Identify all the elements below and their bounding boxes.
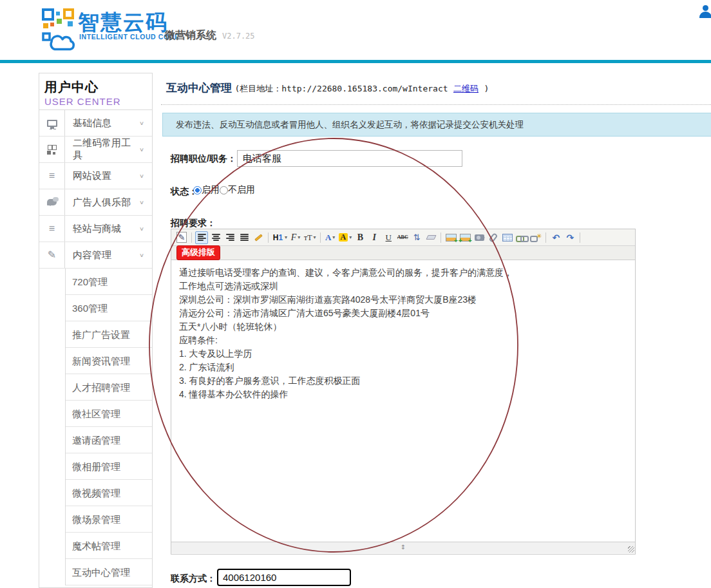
chevron-down-icon: ∨ bbox=[139, 173, 144, 179]
italic-icon[interactable]: I bbox=[368, 231, 381, 244]
line-spacing-icon[interactable]: ⇅ bbox=[410, 231, 423, 244]
page-title-row: 互动中心管理 (栏目地址：http://22680.165183.com/wIn… bbox=[166, 81, 489, 95]
version-label: V2.7.25 bbox=[222, 32, 255, 41]
sidebar-subitem-community-mgmt[interactable]: 微社区管理 bbox=[39, 401, 152, 427]
editor-text-line: 工作地点可选清远或深圳 bbox=[179, 280, 627, 293]
sidebar-item-ad-club[interactable]: 广告人俱乐部∨ bbox=[39, 189, 152, 216]
rich-text-editor: ✎H1FтTAABIUABC⇅↶↷ 高级排版 通过接听电话受理客户的查询、建议，… bbox=[171, 229, 636, 555]
sidebar-subitem-magic-post-mgmt[interactable]: 魔术帖管理 bbox=[39, 533, 152, 559]
sidebar-item-site-settings[interactable]: ≡网站设置∨ bbox=[39, 163, 152, 189]
sidebar-subitem-720-mgmt[interactable]: 720管理 bbox=[39, 269, 152, 295]
sidebar-item-label: 轻站与商城 bbox=[65, 223, 139, 235]
sidebar-subitem-recruit-mgmt[interactable]: 人才招聘管理 bbox=[39, 374, 152, 401]
strikethrough-icon[interactable]: ABC bbox=[396, 231, 409, 244]
sidebar-item-label: 基础信息 bbox=[65, 117, 139, 129]
sidebar-subitem-news-mgmt[interactable]: 新闻资讯管理 bbox=[39, 348, 152, 374]
sidebar-header: 用户中心 USER CENTER bbox=[39, 73, 152, 110]
editor-text-line: 3. 有良好的客户服务意识，工作态度积极正面 bbox=[179, 374, 627, 388]
contact-input[interactable] bbox=[217, 569, 351, 586]
font-size-icon[interactable]: тT bbox=[303, 231, 317, 244]
status-enabled-radio[interactable] bbox=[193, 186, 202, 194]
attachment-icon[interactable] bbox=[487, 231, 500, 244]
undo-icon[interactable]: ↶ bbox=[549, 231, 562, 244]
page-title: 互动中心管理 bbox=[166, 82, 232, 94]
sidebar-item-label: 内容管理 bbox=[65, 249, 139, 261]
brand-logo-icon bbox=[41, 8, 77, 55]
editor-toolbar-row2: 高级排版 bbox=[171, 246, 635, 260]
qrcode-link[interactable]: 二维码 bbox=[453, 84, 479, 93]
toolbar-separator bbox=[580, 232, 580, 243]
list-icon: ≡ bbox=[49, 223, 55, 234]
sidebar-subitem-video-mgmt[interactable]: 微视频管理 bbox=[39, 480, 152, 506]
sidebar-item-lite-site-mall[interactable]: ≡轻站与商城∨ bbox=[39, 216, 152, 242]
chevron-down-icon: ∨ bbox=[139, 199, 144, 205]
highlight-color-icon[interactable]: A bbox=[338, 231, 353, 244]
advanced-layout-button[interactable]: 高级排版 bbox=[176, 245, 220, 260]
dotted-divider bbox=[161, 104, 711, 105]
sidebar-subitem-interact-center-mgmt[interactable]: 互动中心管理 bbox=[39, 559, 152, 585]
edit-icon: ✎ bbox=[48, 250, 56, 260]
list-icon: ≡ bbox=[49, 171, 55, 181]
main-content: 互动中心管理 (栏目地址：http://22680.165183.com/wIn… bbox=[161, 73, 711, 588]
insert-images-icon[interactable] bbox=[459, 231, 471, 244]
editor-corner-grip[interactable] bbox=[628, 546, 634, 553]
sidebar: 用户中心 USER CENTER 基础信息∨二维码常用工具∨≡网站设置∨广告人俱… bbox=[39, 73, 153, 588]
editor-text-line: 清远分公司：清远市清城区广清大道65号豪美大厦副楼4层01号 bbox=[179, 307, 627, 320]
toolbar-separator bbox=[191, 232, 192, 243]
underline-icon[interactable]: U bbox=[382, 231, 395, 244]
chevron-down-icon: ∨ bbox=[139, 120, 144, 126]
align-justify-icon[interactable] bbox=[238, 231, 251, 244]
toolbar-separator bbox=[545, 232, 546, 243]
sidebar-item-qrcode-tools[interactable]: 二维码常用工具∨ bbox=[39, 137, 152, 163]
editor-text-line: 通过接听电话受理客户的查询、建议，令客户满意公司的服务，提升客户的满意度， bbox=[179, 266, 627, 280]
unlink-icon[interactable] bbox=[529, 231, 542, 244]
contact-label: 联系方式： bbox=[171, 573, 216, 585]
job-title-input[interactable] bbox=[237, 150, 462, 167]
editor-text-line: 2. 广东话流利 bbox=[179, 361, 627, 374]
requirements-label: 招聘要求： bbox=[171, 218, 216, 229]
heading-icon[interactable]: H1 bbox=[272, 231, 288, 244]
column-url-note: (栏目地址：http://22680.165183.com/wInteract bbox=[234, 84, 448, 93]
sidebar-item-content-mgmt[interactable]: ✎内容管理∨ bbox=[39, 242, 152, 269]
sidebar-items: 基础信息∨二维码常用工具∨≡网站设置∨广告人俱乐部∨≡轻站与商城∨✎内容管理∨ bbox=[39, 110, 152, 269]
app-header: 智慧云码 INTELLIGENT CLOUD CODE 微营销系统 V2.7.2… bbox=[0, 0, 711, 60]
insert-table-icon[interactable] bbox=[501, 231, 514, 244]
toolbar-separator bbox=[441, 232, 441, 243]
chevron-down-icon: ∨ bbox=[139, 146, 144, 153]
font-family-icon[interactable]: F bbox=[289, 231, 302, 244]
align-left-icon[interactable] bbox=[195, 231, 208, 244]
status-enabled-label: 启用 bbox=[202, 184, 220, 196]
editor-text-line: 应聘条件: bbox=[179, 334, 627, 347]
insert-image-icon[interactable] bbox=[444, 231, 457, 244]
status-disabled-radio[interactable] bbox=[220, 186, 228, 194]
sidebar-item-label: 二维码常用工具 bbox=[65, 137, 139, 162]
editor-content-area[interactable]: 通过接听电话受理客户的查询、建议，令客户满意公司的服务，提升客户的满意度，工作地… bbox=[171, 260, 635, 542]
job-title-label: 招聘职位/职务： bbox=[171, 153, 236, 165]
sidebar-subitem-scene-mgmt[interactable]: 微场景管理 bbox=[39, 506, 152, 533]
align-right-icon[interactable] bbox=[223, 231, 236, 244]
font-color-icon[interactable]: A bbox=[324, 231, 337, 244]
source-edit-icon[interactable]: ✎ bbox=[175, 231, 188, 244]
user-account-icon[interactable] bbox=[699, 5, 711, 19]
sidebar-item-basic-info[interactable]: 基础信息∨ bbox=[39, 110, 152, 137]
comments-icon bbox=[47, 199, 57, 205]
editor-toolbar: ✎H1FтTAABIUABC⇅↶↷ bbox=[171, 229, 635, 246]
monitor-icon bbox=[47, 120, 57, 127]
sidebar-subitem-invitation-mgmt[interactable]: 邀请函管理 bbox=[39, 427, 152, 453]
sidebar-subitems: 720管理360管理推广广告设置新闻资讯管理人才招聘管理微社区管理邀请函管理微相… bbox=[39, 269, 152, 585]
align-center-icon[interactable] bbox=[209, 231, 222, 244]
editor-text-line: 深圳总公司：深圳市罗湖区南湖街道嘉宾路4028号太平洋商贸大厦B座23楼 bbox=[179, 293, 627, 307]
sidebar-subitem-album-mgmt[interactable]: 微相册管理 bbox=[39, 453, 152, 480]
bold-icon[interactable]: B bbox=[354, 231, 366, 244]
editor-text-line: 4. 懂得基本办公软件的操作 bbox=[179, 388, 627, 401]
product-name: 微营销系统 bbox=[165, 29, 216, 43]
remove-format-icon[interactable] bbox=[424, 231, 437, 244]
sidebar-subitem-360-mgmt[interactable]: 360管理 bbox=[39, 295, 152, 321]
format-brush-icon[interactable] bbox=[252, 231, 265, 244]
editor-resize-handle[interactable]: ⇕ bbox=[401, 543, 406, 552]
sidebar-subitem-promo-ad-settings[interactable]: 推广广告设置 bbox=[39, 321, 152, 348]
toolbar-separator bbox=[268, 232, 269, 243]
redo-icon[interactable]: ↷ bbox=[564, 231, 576, 244]
insert-video-icon[interactable] bbox=[473, 231, 486, 244]
link-icon[interactable] bbox=[515, 231, 528, 244]
